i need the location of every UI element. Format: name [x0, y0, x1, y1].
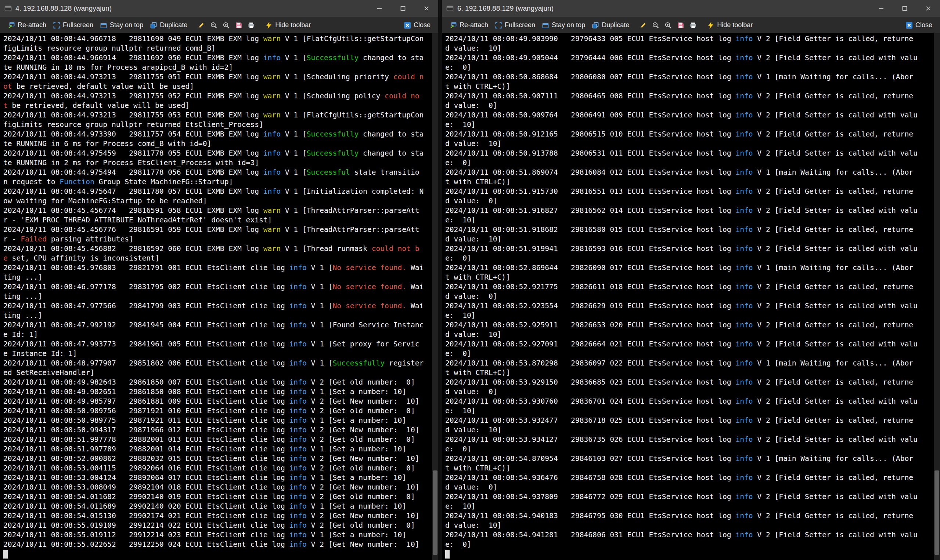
stay-on-top-button[interactable]: Stay on top	[539, 19, 588, 32]
minimize-button[interactable]	[368, 0, 391, 17]
log-line: 2024/10/11 08:08:51.916827 29816562 014 …	[445, 206, 920, 225]
log-line: 2024/10/11 08:08:51.919941 29816593 016 …	[445, 244, 920, 263]
log-line: 2024/10/11 08:08:47.993773 29841961 005 …	[3, 340, 425, 358]
close-session-button[interactable]: Close	[902, 19, 935, 32]
log-line: 2024/10/11 08:08:51.997778 29882001 013 …	[3, 435, 425, 445]
scrollbar[interactable]	[934, 33, 940, 560]
log-line: 2024/10/11 08:08:53.932477 29836718 025 …	[445, 416, 920, 435]
zoom-in-button[interactable]	[220, 19, 233, 32]
log-line: 2024/10/11 08:08:51.915730 29816551 013 …	[445, 187, 920, 206]
close-session-button[interactable]: Close	[400, 19, 434, 32]
log-line: 2024/10/11 08:08:44.966914 29811692 050 …	[3, 53, 425, 72]
close-session-label: Close	[915, 21, 932, 29]
log-line: 2024/10/11 08:08:49.982651 29861850 008 …	[3, 387, 425, 397]
log-line: 2024/10/11 08:08:55.022652 29912250 024 …	[3, 540, 425, 549]
titlebar[interactable]: 6. 192.168.88.129 (wangyajun)	[442, 0, 940, 17]
close-button[interactable]	[917, 0, 940, 17]
print-button[interactable]	[245, 19, 258, 32]
fullscreen-button[interactable]: Fullscreen	[491, 19, 539, 32]
stay-on-top-button[interactable]: Stay on top	[97, 19, 147, 32]
close-session-icon	[906, 22, 913, 29]
duplicate-button[interactable]: Duplicate	[147, 19, 191, 32]
terminal-window-129: 6. 192.168.88.129 (wangyajun) Re-attach …	[442, 0, 940, 560]
hide-toolbar-button[interactable]: Hide toolbar	[262, 19, 314, 32]
log-line: 2024/10/11 08:08:55.019112 29912214 023 …	[3, 530, 425, 540]
hide-toolbar-button[interactable]: Hide toolbar	[704, 19, 756, 32]
log-line: 2024/10/11 08:08:49.982643 29861850 007 …	[3, 378, 425, 387]
duplicate-button[interactable]: Duplicate	[588, 19, 633, 32]
log-line: 2024/10/11 08:08:45.976803 29821791 001 …	[3, 263, 425, 282]
close-session-label: Close	[414, 21, 431, 29]
pencil-icon	[198, 22, 205, 29]
log-line: 2024/10/11 08:08:49.905044 29796444 006 …	[445, 53, 920, 72]
magnifier-plus-icon	[665, 22, 672, 29]
log-line: 2024/10/11 08:08:44.975494 29811778 056 …	[3, 168, 425, 187]
edit-button[interactable]	[195, 19, 208, 32]
magnifier-minus-icon	[210, 22, 218, 29]
app-icon	[5, 5, 12, 12]
fullscreen-label: Fullscreen	[505, 21, 535, 29]
log-line: 2024/10/11 08:08:53.934127 29836735 026 …	[445, 435, 920, 454]
log-line: 2024/10/11 08:08:53.004124 29892064 017 …	[3, 473, 425, 483]
log-line: 2024/10/11 08:08:53.870298 29836097 022 …	[445, 358, 920, 378]
log-line: 2024/10/11 08:08:50.909764 29806491 009 …	[445, 111, 920, 129]
scrollbar-thumb[interactable]	[433, 471, 437, 555]
terminal-output: 2024/10/11 08:08:49.903990 29796433 005 …	[445, 34, 920, 559]
fullscreen-label: Fullscreen	[63, 21, 93, 29]
print-button[interactable]	[687, 19, 699, 32]
log-line: 2024/10/11 08:08:51.869074 29816084 012 …	[445, 168, 920, 187]
lightning-icon	[265, 22, 273, 29]
log-line: 2024/10/11 08:08:51.997789 29882001 014 …	[3, 445, 425, 454]
window-title: 6. 192.168.88.129 (wangyajun)	[457, 5, 869, 12]
log-line: 2024/10/11 08:08:54.940183 29846795 030 …	[445, 511, 920, 530]
close-window-icon	[423, 6, 429, 11]
terminal-screen[interactable]: 2024/10/11 08:08:49.903990 29796433 005 …	[442, 33, 940, 560]
log-line: 2024/10/11 08:08:52.925911 29826653 020 …	[445, 320, 920, 340]
log-line: 2024/10/11 08:08:54.015130 29902174 021 …	[3, 511, 425, 521]
scrollbar-thumb[interactable]	[934, 471, 939, 555]
save-button[interactable]	[675, 19, 687, 32]
save-button[interactable]	[233, 19, 245, 32]
reattach-label: Re-attach	[18, 21, 46, 29]
terminal-window-128: 4. 192.168.88.128 (wangyajun) Re-attach …	[0, 0, 438, 560]
lightning-icon	[707, 22, 715, 29]
pencil-icon	[639, 22, 647, 29]
maximize-button[interactable]	[893, 0, 917, 17]
reattach-button[interactable]: Re-attach	[446, 19, 491, 32]
maximize-icon	[400, 6, 406, 11]
log-line: 2024/10/11 08:08:54.011682 29902140 019 …	[3, 492, 425, 502]
log-line: 2024/10/11 08:08:50.912165 29806515 010 …	[445, 129, 920, 149]
minimize-button[interactable]	[869, 0, 893, 17]
terminal-cursor	[3, 550, 8, 558]
zoom-out-button[interactable]	[650, 19, 662, 32]
stay-on-top-label: Stay on top	[110, 21, 143, 29]
window-controls	[368, 0, 438, 17]
stay-on-top-label: Stay on top	[552, 21, 585, 29]
log-line: 2024/10/11 08:08:44.973213 29811755 051 …	[3, 72, 425, 91]
fullscreen-button[interactable]: Fullscreen	[49, 19, 97, 32]
log-line: 2024/10/11 08:08:50.989775 29871921 011 …	[3, 416, 425, 425]
stay-on-top-icon	[542, 22, 549, 29]
maximize-button[interactable]	[391, 0, 415, 17]
edit-button[interactable]	[637, 19, 650, 32]
close-session-icon	[404, 22, 411, 29]
toolbar: Re-attach Fullscreen Stay on top Duplica…	[442, 17, 940, 33]
close-button[interactable]	[415, 0, 438, 17]
log-line: 2024/10/11 08:08:54.870954 29846103 027 …	[445, 454, 920, 473]
zoom-in-button[interactable]	[662, 19, 675, 32]
log-line: 2024/10/11 08:08:52.000862 29882032 015 …	[3, 454, 425, 463]
log-line: 2024/10/11 08:08:45.456774 29816591 058 …	[3, 206, 425, 225]
titlebar[interactable]: 4. 192.168.88.128 (wangyajun)	[0, 0, 438, 17]
log-line: 2024/10/11 08:08:45.456882 29816592 060 …	[3, 244, 425, 263]
terminal-screen[interactable]: 2024/10/11 08:08:44.966718 29811690 049 …	[0, 33, 438, 560]
log-line: 2024/10/11 08:08:44.973213 29811755 052 …	[3, 91, 425, 111]
duplicate-icon	[592, 22, 599, 29]
log-line: 2024/10/11 08:08:49.985797 29861881 009 …	[3, 397, 425, 406]
reattach-button[interactable]: Re-attach	[5, 19, 49, 32]
zoom-out-button[interactable]	[208, 19, 220, 32]
toolbar: Re-attach Fullscreen Stay on top Duplica…	[0, 17, 438, 33]
window-controls	[869, 0, 940, 17]
log-line: 2024/10/11 08:08:47.977566 29841799 003 …	[3, 301, 425, 320]
scrollbar[interactable]	[432, 33, 438, 560]
minimize-icon	[878, 6, 884, 11]
